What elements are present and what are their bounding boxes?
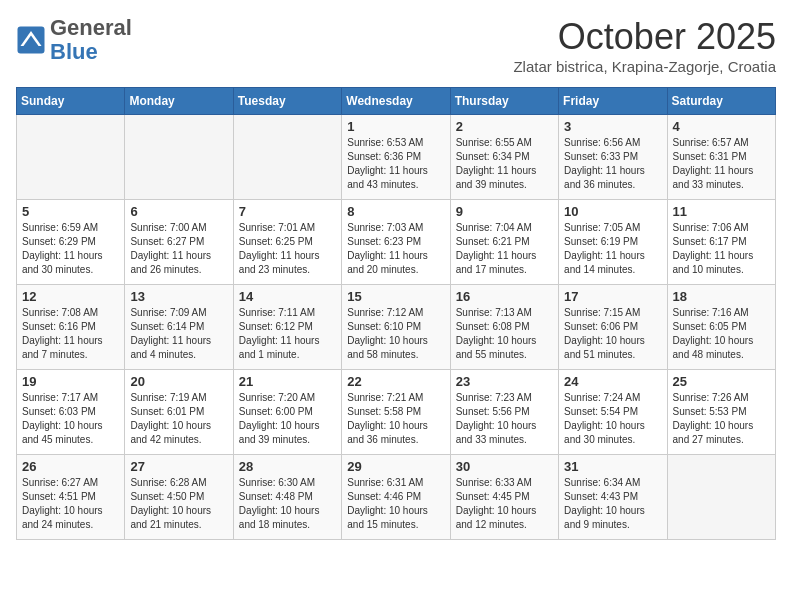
day-number: 30	[456, 459, 553, 474]
day-number: 15	[347, 289, 444, 304]
day-info: Sunrise: 7:21 AM Sunset: 5:58 PM Dayligh…	[347, 391, 444, 447]
calendar-cell: 29Sunrise: 6:31 AM Sunset: 4:46 PM Dayli…	[342, 455, 450, 540]
calendar-cell: 3Sunrise: 6:56 AM Sunset: 6:33 PM Daylig…	[559, 115, 667, 200]
day-number: 2	[456, 119, 553, 134]
day-info: Sunrise: 7:24 AM Sunset: 5:54 PM Dayligh…	[564, 391, 661, 447]
day-number: 10	[564, 204, 661, 219]
calendar-cell	[667, 455, 775, 540]
calendar-week-row: 12Sunrise: 7:08 AM Sunset: 6:16 PM Dayli…	[17, 285, 776, 370]
calendar-cell: 7Sunrise: 7:01 AM Sunset: 6:25 PM Daylig…	[233, 200, 341, 285]
weekday-header-wednesday: Wednesday	[342, 88, 450, 115]
weekday-header-monday: Monday	[125, 88, 233, 115]
weekday-header-row: SundayMondayTuesdayWednesdayThursdayFrid…	[17, 88, 776, 115]
calendar-week-row: 1Sunrise: 6:53 AM Sunset: 6:36 PM Daylig…	[17, 115, 776, 200]
calendar-cell: 20Sunrise: 7:19 AM Sunset: 6:01 PM Dayli…	[125, 370, 233, 455]
day-number: 20	[130, 374, 227, 389]
day-number: 12	[22, 289, 119, 304]
day-info: Sunrise: 7:11 AM Sunset: 6:12 PM Dayligh…	[239, 306, 336, 362]
weekday-header-sunday: Sunday	[17, 88, 125, 115]
day-number: 28	[239, 459, 336, 474]
page-header: General Blue October 2025 Zlatar bistric…	[16, 16, 776, 75]
day-number: 6	[130, 204, 227, 219]
day-number: 9	[456, 204, 553, 219]
day-info: Sunrise: 7:13 AM Sunset: 6:08 PM Dayligh…	[456, 306, 553, 362]
day-info: Sunrise: 7:06 AM Sunset: 6:17 PM Dayligh…	[673, 221, 770, 277]
day-number: 19	[22, 374, 119, 389]
day-info: Sunrise: 7:00 AM Sunset: 6:27 PM Dayligh…	[130, 221, 227, 277]
calendar-cell: 14Sunrise: 7:11 AM Sunset: 6:12 PM Dayli…	[233, 285, 341, 370]
day-info: Sunrise: 7:19 AM Sunset: 6:01 PM Dayligh…	[130, 391, 227, 447]
day-number: 7	[239, 204, 336, 219]
calendar-week-row: 19Sunrise: 7:17 AM Sunset: 6:03 PM Dayli…	[17, 370, 776, 455]
day-info: Sunrise: 7:04 AM Sunset: 6:21 PM Dayligh…	[456, 221, 553, 277]
calendar-cell: 25Sunrise: 7:26 AM Sunset: 5:53 PM Dayli…	[667, 370, 775, 455]
day-number: 5	[22, 204, 119, 219]
calendar-cell: 28Sunrise: 6:30 AM Sunset: 4:48 PM Dayli…	[233, 455, 341, 540]
day-number: 17	[564, 289, 661, 304]
day-info: Sunrise: 7:16 AM Sunset: 6:05 PM Dayligh…	[673, 306, 770, 362]
calendar-cell	[17, 115, 125, 200]
day-number: 31	[564, 459, 661, 474]
day-number: 16	[456, 289, 553, 304]
calendar-cell: 30Sunrise: 6:33 AM Sunset: 4:45 PM Dayli…	[450, 455, 558, 540]
weekday-header-tuesday: Tuesday	[233, 88, 341, 115]
day-info: Sunrise: 7:05 AM Sunset: 6:19 PM Dayligh…	[564, 221, 661, 277]
day-number: 23	[456, 374, 553, 389]
day-info: Sunrise: 6:53 AM Sunset: 6:36 PM Dayligh…	[347, 136, 444, 192]
calendar-cell: 18Sunrise: 7:16 AM Sunset: 6:05 PM Dayli…	[667, 285, 775, 370]
day-info: Sunrise: 6:27 AM Sunset: 4:51 PM Dayligh…	[22, 476, 119, 532]
calendar-cell: 16Sunrise: 7:13 AM Sunset: 6:08 PM Dayli…	[450, 285, 558, 370]
calendar-cell: 23Sunrise: 7:23 AM Sunset: 5:56 PM Dayli…	[450, 370, 558, 455]
calendar-cell: 27Sunrise: 6:28 AM Sunset: 4:50 PM Dayli…	[125, 455, 233, 540]
calendar-cell: 24Sunrise: 7:24 AM Sunset: 5:54 PM Dayli…	[559, 370, 667, 455]
day-info: Sunrise: 7:23 AM Sunset: 5:56 PM Dayligh…	[456, 391, 553, 447]
day-info: Sunrise: 7:09 AM Sunset: 6:14 PM Dayligh…	[130, 306, 227, 362]
day-number: 18	[673, 289, 770, 304]
day-info: Sunrise: 6:28 AM Sunset: 4:50 PM Dayligh…	[130, 476, 227, 532]
calendar-cell: 8Sunrise: 7:03 AM Sunset: 6:23 PM Daylig…	[342, 200, 450, 285]
day-number: 25	[673, 374, 770, 389]
calendar-cell: 19Sunrise: 7:17 AM Sunset: 6:03 PM Dayli…	[17, 370, 125, 455]
day-info: Sunrise: 6:59 AM Sunset: 6:29 PM Dayligh…	[22, 221, 119, 277]
calendar-cell: 26Sunrise: 6:27 AM Sunset: 4:51 PM Dayli…	[17, 455, 125, 540]
logo-general: General	[50, 15, 132, 40]
day-info: Sunrise: 7:12 AM Sunset: 6:10 PM Dayligh…	[347, 306, 444, 362]
day-info: Sunrise: 6:34 AM Sunset: 4:43 PM Dayligh…	[564, 476, 661, 532]
day-number: 13	[130, 289, 227, 304]
day-info: Sunrise: 6:30 AM Sunset: 4:48 PM Dayligh…	[239, 476, 336, 532]
calendar-cell: 15Sunrise: 7:12 AM Sunset: 6:10 PM Dayli…	[342, 285, 450, 370]
day-info: Sunrise: 6:55 AM Sunset: 6:34 PM Dayligh…	[456, 136, 553, 192]
day-number: 24	[564, 374, 661, 389]
day-info: Sunrise: 7:17 AM Sunset: 6:03 PM Dayligh…	[22, 391, 119, 447]
calendar-cell: 6Sunrise: 7:00 AM Sunset: 6:27 PM Daylig…	[125, 200, 233, 285]
weekday-header-friday: Friday	[559, 88, 667, 115]
title-block: October 2025 Zlatar bistrica, Krapina-Za…	[513, 16, 776, 75]
day-info: Sunrise: 7:26 AM Sunset: 5:53 PM Dayligh…	[673, 391, 770, 447]
logo-blue: Blue	[50, 39, 98, 64]
day-info: Sunrise: 7:15 AM Sunset: 6:06 PM Dayligh…	[564, 306, 661, 362]
day-number: 27	[130, 459, 227, 474]
calendar-week-row: 5Sunrise: 6:59 AM Sunset: 6:29 PM Daylig…	[17, 200, 776, 285]
calendar-cell: 1Sunrise: 6:53 AM Sunset: 6:36 PM Daylig…	[342, 115, 450, 200]
day-info: Sunrise: 6:31 AM Sunset: 4:46 PM Dayligh…	[347, 476, 444, 532]
day-number: 8	[347, 204, 444, 219]
day-number: 1	[347, 119, 444, 134]
calendar-cell	[233, 115, 341, 200]
calendar-cell: 21Sunrise: 7:20 AM Sunset: 6:00 PM Dayli…	[233, 370, 341, 455]
day-number: 3	[564, 119, 661, 134]
weekday-header-saturday: Saturday	[667, 88, 775, 115]
month-title: October 2025	[513, 16, 776, 58]
calendar-cell	[125, 115, 233, 200]
calendar-cell: 4Sunrise: 6:57 AM Sunset: 6:31 PM Daylig…	[667, 115, 775, 200]
day-number: 26	[22, 459, 119, 474]
calendar-cell: 11Sunrise: 7:06 AM Sunset: 6:17 PM Dayli…	[667, 200, 775, 285]
calendar-cell: 2Sunrise: 6:55 AM Sunset: 6:34 PM Daylig…	[450, 115, 558, 200]
day-info: Sunrise: 7:08 AM Sunset: 6:16 PM Dayligh…	[22, 306, 119, 362]
location-subtitle: Zlatar bistrica, Krapina-Zagorje, Croati…	[513, 58, 776, 75]
calendar-cell: 13Sunrise: 7:09 AM Sunset: 6:14 PM Dayli…	[125, 285, 233, 370]
day-number: 22	[347, 374, 444, 389]
logo: General Blue	[16, 16, 132, 64]
day-number: 21	[239, 374, 336, 389]
day-number: 14	[239, 289, 336, 304]
calendar-week-row: 26Sunrise: 6:27 AM Sunset: 4:51 PM Dayli…	[17, 455, 776, 540]
